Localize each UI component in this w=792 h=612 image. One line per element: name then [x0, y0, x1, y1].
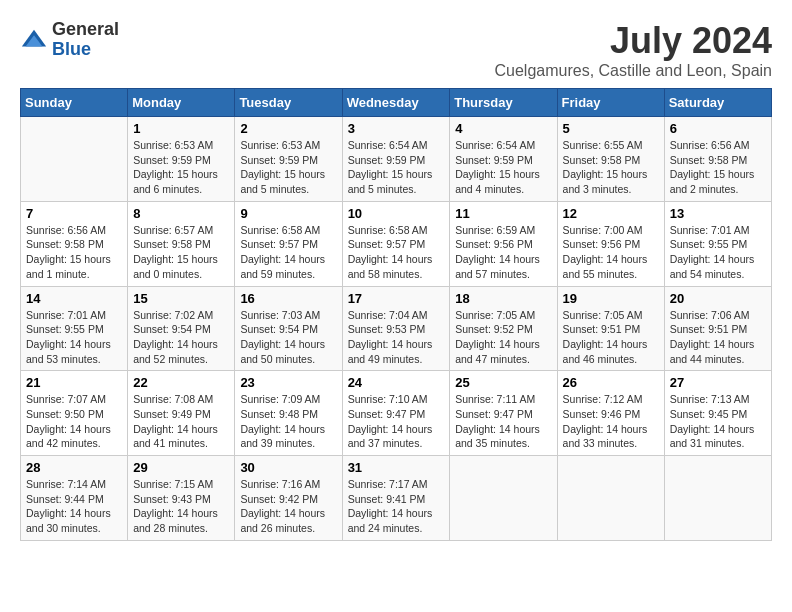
day-number: 16: [240, 291, 336, 306]
day-number: 9: [240, 206, 336, 221]
calendar-cell: [557, 456, 664, 541]
calendar-cell: 21Sunrise: 7:07 AM Sunset: 9:50 PM Dayli…: [21, 371, 128, 456]
calendar-cell: 15Sunrise: 7:02 AM Sunset: 9:54 PM Dayli…: [128, 286, 235, 371]
day-number: 28: [26, 460, 122, 475]
logo-icon: [20, 26, 48, 54]
calendar-cell: 29Sunrise: 7:15 AM Sunset: 9:43 PM Dayli…: [128, 456, 235, 541]
calendar-cell: 12Sunrise: 7:00 AM Sunset: 9:56 PM Dayli…: [557, 201, 664, 286]
day-number: 1: [133, 121, 229, 136]
day-number: 2: [240, 121, 336, 136]
day-number: 17: [348, 291, 445, 306]
calendar-cell: [21, 117, 128, 202]
day-info: Sunrise: 6:56 AM Sunset: 9:58 PM Dayligh…: [26, 223, 122, 282]
day-info: Sunrise: 6:58 AM Sunset: 9:57 PM Dayligh…: [240, 223, 336, 282]
calendar-cell: 28Sunrise: 7:14 AM Sunset: 9:44 PM Dayli…: [21, 456, 128, 541]
day-number: 14: [26, 291, 122, 306]
calendar-cell: 30Sunrise: 7:16 AM Sunset: 9:42 PM Dayli…: [235, 456, 342, 541]
day-number: 19: [563, 291, 659, 306]
day-info: Sunrise: 6:57 AM Sunset: 9:58 PM Dayligh…: [133, 223, 229, 282]
calendar-cell: 22Sunrise: 7:08 AM Sunset: 9:49 PM Dayli…: [128, 371, 235, 456]
day-number: 10: [348, 206, 445, 221]
title-block: July 2024 Cuelgamures, Castille and Leon…: [495, 20, 773, 80]
day-number: 31: [348, 460, 445, 475]
page-header: General Blue July 2024 Cuelgamures, Cast…: [20, 20, 772, 80]
day-info: Sunrise: 6:58 AM Sunset: 9:57 PM Dayligh…: [348, 223, 445, 282]
day-header-saturday: Saturday: [664, 89, 771, 117]
calendar-cell: 20Sunrise: 7:06 AM Sunset: 9:51 PM Dayli…: [664, 286, 771, 371]
day-info: Sunrise: 7:13 AM Sunset: 9:45 PM Dayligh…: [670, 392, 766, 451]
day-number: 22: [133, 375, 229, 390]
logo-text: General Blue: [52, 20, 119, 60]
calendar-cell: 8Sunrise: 6:57 AM Sunset: 9:58 PM Daylig…: [128, 201, 235, 286]
calendar-cell: [450, 456, 557, 541]
day-number: 18: [455, 291, 551, 306]
day-info: Sunrise: 7:04 AM Sunset: 9:53 PM Dayligh…: [348, 308, 445, 367]
day-info: Sunrise: 7:00 AM Sunset: 9:56 PM Dayligh…: [563, 223, 659, 282]
calendar-cell: 27Sunrise: 7:13 AM Sunset: 9:45 PM Dayli…: [664, 371, 771, 456]
day-info: Sunrise: 7:14 AM Sunset: 9:44 PM Dayligh…: [26, 477, 122, 536]
calendar-cell: 10Sunrise: 6:58 AM Sunset: 9:57 PM Dayli…: [342, 201, 450, 286]
calendar-week-row: 1Sunrise: 6:53 AM Sunset: 9:59 PM Daylig…: [21, 117, 772, 202]
logo: General Blue: [20, 20, 119, 60]
day-info: Sunrise: 6:56 AM Sunset: 9:58 PM Dayligh…: [670, 138, 766, 197]
day-number: 26: [563, 375, 659, 390]
day-header-thursday: Thursday: [450, 89, 557, 117]
day-info: Sunrise: 7:11 AM Sunset: 9:47 PM Dayligh…: [455, 392, 551, 451]
calendar-cell: 9Sunrise: 6:58 AM Sunset: 9:57 PM Daylig…: [235, 201, 342, 286]
day-info: Sunrise: 6:54 AM Sunset: 9:59 PM Dayligh…: [348, 138, 445, 197]
day-info: Sunrise: 6:53 AM Sunset: 9:59 PM Dayligh…: [240, 138, 336, 197]
day-info: Sunrise: 6:54 AM Sunset: 9:59 PM Dayligh…: [455, 138, 551, 197]
calendar-week-row: 14Sunrise: 7:01 AM Sunset: 9:55 PM Dayli…: [21, 286, 772, 371]
calendar-cell: 11Sunrise: 6:59 AM Sunset: 9:56 PM Dayli…: [450, 201, 557, 286]
calendar-cell: 25Sunrise: 7:11 AM Sunset: 9:47 PM Dayli…: [450, 371, 557, 456]
day-info: Sunrise: 7:01 AM Sunset: 9:55 PM Dayligh…: [26, 308, 122, 367]
calendar-week-row: 7Sunrise: 6:56 AM Sunset: 9:58 PM Daylig…: [21, 201, 772, 286]
calendar-cell: [664, 456, 771, 541]
calendar-cell: 2Sunrise: 6:53 AM Sunset: 9:59 PM Daylig…: [235, 117, 342, 202]
calendar-cell: 17Sunrise: 7:04 AM Sunset: 9:53 PM Dayli…: [342, 286, 450, 371]
calendar-cell: 26Sunrise: 7:12 AM Sunset: 9:46 PM Dayli…: [557, 371, 664, 456]
calendar-week-row: 28Sunrise: 7:14 AM Sunset: 9:44 PM Dayli…: [21, 456, 772, 541]
calendar-cell: 31Sunrise: 7:17 AM Sunset: 9:41 PM Dayli…: [342, 456, 450, 541]
calendar-cell: 16Sunrise: 7:03 AM Sunset: 9:54 PM Dayli…: [235, 286, 342, 371]
day-number: 12: [563, 206, 659, 221]
day-info: Sunrise: 7:12 AM Sunset: 9:46 PM Dayligh…: [563, 392, 659, 451]
day-info: Sunrise: 7:09 AM Sunset: 9:48 PM Dayligh…: [240, 392, 336, 451]
day-number: 24: [348, 375, 445, 390]
calendar-cell: 5Sunrise: 6:55 AM Sunset: 9:58 PM Daylig…: [557, 117, 664, 202]
calendar-cell: 7Sunrise: 6:56 AM Sunset: 9:58 PM Daylig…: [21, 201, 128, 286]
day-info: Sunrise: 7:17 AM Sunset: 9:41 PM Dayligh…: [348, 477, 445, 536]
month-title: July 2024: [495, 20, 773, 62]
day-number: 27: [670, 375, 766, 390]
calendar-cell: 23Sunrise: 7:09 AM Sunset: 9:48 PM Dayli…: [235, 371, 342, 456]
day-info: Sunrise: 6:55 AM Sunset: 9:58 PM Dayligh…: [563, 138, 659, 197]
day-number: 29: [133, 460, 229, 475]
calendar-header-row: SundayMondayTuesdayWednesdayThursdayFrid…: [21, 89, 772, 117]
day-info: Sunrise: 7:01 AM Sunset: 9:55 PM Dayligh…: [670, 223, 766, 282]
day-info: Sunrise: 7:03 AM Sunset: 9:54 PM Dayligh…: [240, 308, 336, 367]
day-number: 30: [240, 460, 336, 475]
logo-blue: Blue: [52, 40, 119, 60]
calendar-cell: 13Sunrise: 7:01 AM Sunset: 9:55 PM Dayli…: [664, 201, 771, 286]
day-number: 13: [670, 206, 766, 221]
day-number: 21: [26, 375, 122, 390]
day-number: 23: [240, 375, 336, 390]
day-info: Sunrise: 7:16 AM Sunset: 9:42 PM Dayligh…: [240, 477, 336, 536]
day-info: Sunrise: 7:15 AM Sunset: 9:43 PM Dayligh…: [133, 477, 229, 536]
calendar-cell: 6Sunrise: 6:56 AM Sunset: 9:58 PM Daylig…: [664, 117, 771, 202]
day-info: Sunrise: 7:08 AM Sunset: 9:49 PM Dayligh…: [133, 392, 229, 451]
day-header-friday: Friday: [557, 89, 664, 117]
day-info: Sunrise: 7:06 AM Sunset: 9:51 PM Dayligh…: [670, 308, 766, 367]
day-number: 20: [670, 291, 766, 306]
day-info: Sunrise: 6:53 AM Sunset: 9:59 PM Dayligh…: [133, 138, 229, 197]
day-info: Sunrise: 7:02 AM Sunset: 9:54 PM Dayligh…: [133, 308, 229, 367]
day-number: 25: [455, 375, 551, 390]
calendar-cell: 18Sunrise: 7:05 AM Sunset: 9:52 PM Dayli…: [450, 286, 557, 371]
day-header-wednesday: Wednesday: [342, 89, 450, 117]
calendar-table: SundayMondayTuesdayWednesdayThursdayFrid…: [20, 88, 772, 541]
calendar-cell: 1Sunrise: 6:53 AM Sunset: 9:59 PM Daylig…: [128, 117, 235, 202]
calendar-cell: 19Sunrise: 7:05 AM Sunset: 9:51 PM Dayli…: [557, 286, 664, 371]
day-number: 4: [455, 121, 551, 136]
day-number: 3: [348, 121, 445, 136]
calendar-cell: 24Sunrise: 7:10 AM Sunset: 9:47 PM Dayli…: [342, 371, 450, 456]
